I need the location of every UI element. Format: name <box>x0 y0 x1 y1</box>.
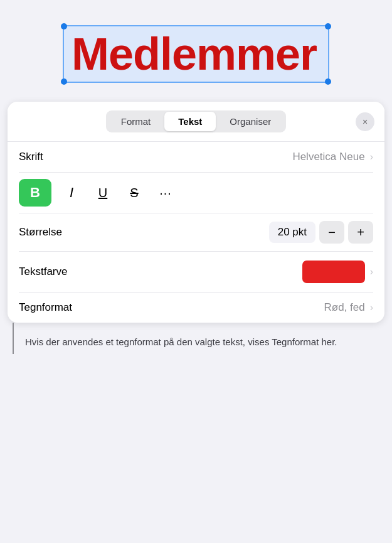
strikethrough-button[interactable]: S <box>123 179 146 207</box>
tabs-group: Format Tekst Organiser <box>106 110 286 132</box>
underline-button[interactable]: U <box>92 179 114 207</box>
character-format-label: Tegnformat <box>19 301 72 314</box>
handle-tl[interactable] <box>61 23 67 30</box>
font-row[interactable]: Skrift Helvetica Neue › <box>19 142 373 173</box>
text-format-row: B I U S ··· <box>19 173 373 213</box>
bold-button[interactable]: B <box>19 179 51 207</box>
font-value-group: Helvetica Neue › <box>292 151 373 163</box>
tab-text[interactable]: Tekst <box>164 112 216 131</box>
annotation-text: Hvis der anvendes et tegnformat på den v… <box>25 335 379 350</box>
handle-br[interactable] <box>325 78 331 85</box>
color-chevron-icon: › <box>370 266 373 277</box>
preview-text: Medlemmer <box>72 31 317 77</box>
text-box[interactable]: Medlemmer <box>63 25 329 83</box>
more-button[interactable]: ··· <box>154 179 177 207</box>
tab-bar: Format Tekst Organiser × <box>8 102 384 142</box>
tab-format[interactable]: Format <box>107 112 165 131</box>
color-label: Tekstfarve <box>19 266 67 278</box>
size-label: Størrelse <box>19 226 62 239</box>
size-controls: 20 pkt − + <box>269 221 373 244</box>
close-button[interactable]: × <box>356 112 374 131</box>
character-chevron-icon: › <box>370 302 373 313</box>
tab-organize[interactable]: Organiser <box>216 112 285 131</box>
text-box-wrapper: Medlemmer <box>63 25 329 83</box>
character-format-value: Rød, fed <box>324 301 364 314</box>
size-decrease-button[interactable]: − <box>319 221 344 244</box>
handle-tr[interactable] <box>325 23 331 30</box>
color-value-group: › <box>302 261 373 283</box>
annotation-line <box>13 323 14 354</box>
size-value: 20 pkt <box>269 222 315 243</box>
italic-button[interactable]: I <box>60 179 83 207</box>
preview-area: Medlemmer <box>0 0 392 102</box>
character-format-row[interactable]: Tegnformat Rød, fed › <box>19 293 373 323</box>
color-row[interactable]: Tekstfarve › <box>19 252 373 293</box>
size-row: Størrelse 20 pkt − + <box>19 213 373 252</box>
font-label: Skrift <box>19 151 43 163</box>
color-swatch[interactable] <box>302 261 365 283</box>
annotation-area: Hvis der anvendes et tegnformat på den v… <box>0 323 392 362</box>
font-chevron-icon: › <box>370 151 373 163</box>
character-format-value-group: Rød, fed › <box>324 301 373 314</box>
handle-bl[interactable] <box>61 78 67 85</box>
format-panel: Format Tekst Organiser × Skrift Helvetic… <box>8 102 384 323</box>
form-section: Skrift Helvetica Neue › B I U S ··· Stør… <box>8 142 384 323</box>
font-value: Helvetica Neue <box>292 151 364 163</box>
size-increase-button[interactable]: + <box>348 221 373 244</box>
